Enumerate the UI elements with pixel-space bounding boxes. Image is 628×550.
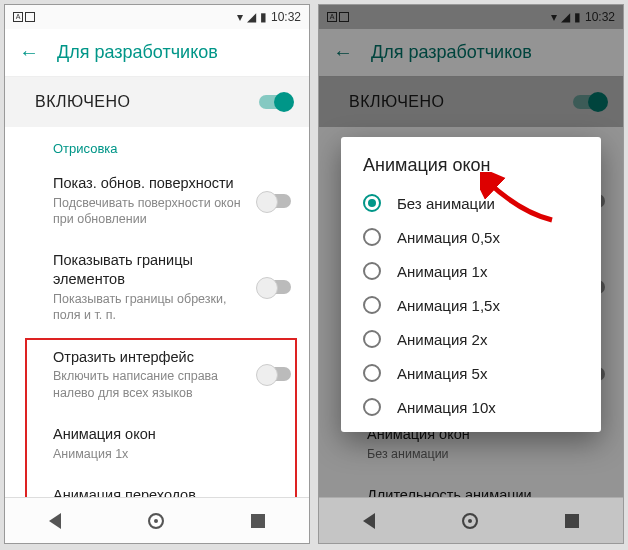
radio-icon[interactable] (363, 228, 381, 246)
radio-icon[interactable] (363, 262, 381, 280)
radio-label: Анимация 10x (397, 399, 496, 416)
animation-scale-dialog: Анимация окон Без анимации Анимация 0,5x… (341, 137, 601, 432)
phone-right: A ▾ ◢ ▮ 10:32 ← Для разработчиков ВКЛЮЧЕ… (318, 4, 624, 544)
setting-show-layout-bounds[interactable]: Показывать границы элементов Показывать … (5, 239, 309, 335)
nav-recent-icon[interactable] (251, 514, 265, 528)
setting-toggle[interactable] (259, 280, 291, 294)
setting-title: Анимация переходов (53, 486, 291, 497)
setting-subtitle: Подсвечивать поверхности окон при обновл… (53, 195, 249, 228)
radio-option-0-5x[interactable]: Анимация 0,5x (341, 220, 601, 254)
app-bar: ← Для разработчиков (5, 29, 309, 77)
radio-icon[interactable] (363, 330, 381, 348)
radio-label: Анимация 0,5x (397, 229, 500, 246)
master-switch-label: ВКЛЮЧЕНО (35, 93, 130, 111)
back-icon[interactable]: ← (19, 41, 39, 64)
battery-icon: ▮ (260, 10, 267, 24)
setting-title: Показывать границы элементов (53, 251, 249, 289)
radio-icon[interactable] (363, 364, 381, 382)
setting-title: Отразить интерфейс (53, 348, 249, 367)
setting-toggle[interactable] (259, 194, 291, 208)
setting-force-rtl[interactable]: Отразить интерфейс Включить написание сп… (5, 336, 309, 413)
nav-back-icon[interactable] (363, 513, 375, 529)
radio-icon[interactable] (363, 194, 381, 212)
nav-recent-icon[interactable] (565, 514, 579, 528)
radio-option-5x[interactable]: Анимация 5x (341, 356, 601, 390)
setting-show-surface-updates[interactable]: Показ. обнов. поверхности Подсвечивать п… (5, 162, 309, 239)
dialog-title: Анимация окон (341, 155, 601, 186)
radio-option-off[interactable]: Без анимации (341, 186, 601, 220)
radio-icon[interactable] (363, 296, 381, 314)
status-bar: A ▾ ◢ ▮ 10:32 (5, 5, 309, 29)
radio-icon[interactable] (363, 398, 381, 416)
setting-title: Анимация окон (53, 425, 291, 444)
radio-label: Без анимации (397, 195, 495, 212)
radio-option-2x[interactable]: Анимация 2x (341, 322, 601, 356)
nav-bar (5, 497, 309, 543)
setting-title: Показ. обнов. поверхности (53, 174, 249, 193)
nav-home-icon[interactable] (462, 513, 478, 529)
wifi-icon: ▾ (237, 10, 243, 24)
phone-left: A ▾ ◢ ▮ 10:32 ← Для разработчиков ВКЛЮЧЕ… (4, 4, 310, 544)
section-header: Отрисовка (5, 127, 309, 162)
radio-label: Анимация 5x (397, 365, 487, 382)
setting-subtitle: Включить написание справа налево для все… (53, 368, 249, 401)
signal-icon: ◢ (247, 10, 256, 24)
radio-label: Анимация 1x (397, 263, 487, 280)
setting-transition-animation[interactable]: Анимация переходов Анимация 1x (5, 474, 309, 497)
status-time: 10:32 (271, 10, 301, 24)
settings-list[interactable]: ВКЛЮЧЕНО Отрисовка Показ. обнов. поверхн… (5, 77, 309, 497)
radio-option-1x[interactable]: Анимация 1x (341, 254, 601, 288)
page-title: Для разработчиков (57, 42, 218, 63)
master-switch-row[interactable]: ВКЛЮЧЕНО (5, 77, 309, 127)
nav-back-icon[interactable] (49, 513, 61, 529)
notif-sim-icon (25, 12, 35, 22)
radio-label: Анимация 2x (397, 331, 487, 348)
setting-toggle[interactable] (259, 367, 291, 381)
radio-option-1-5x[interactable]: Анимация 1,5x (341, 288, 601, 322)
nav-bar (319, 497, 623, 543)
nav-home-icon[interactable] (148, 513, 164, 529)
notif-a-icon: A (13, 12, 23, 22)
radio-label: Анимация 1,5x (397, 297, 500, 314)
setting-subtitle: Анимация 1x (53, 446, 291, 462)
setting-window-animation[interactable]: Анимация окон Анимация 1x (5, 413, 309, 474)
setting-subtitle: Показывать границы обрезки, поля и т. п. (53, 291, 249, 324)
master-toggle[interactable] (259, 95, 291, 109)
radio-option-10x[interactable]: Анимация 10x (341, 390, 601, 424)
